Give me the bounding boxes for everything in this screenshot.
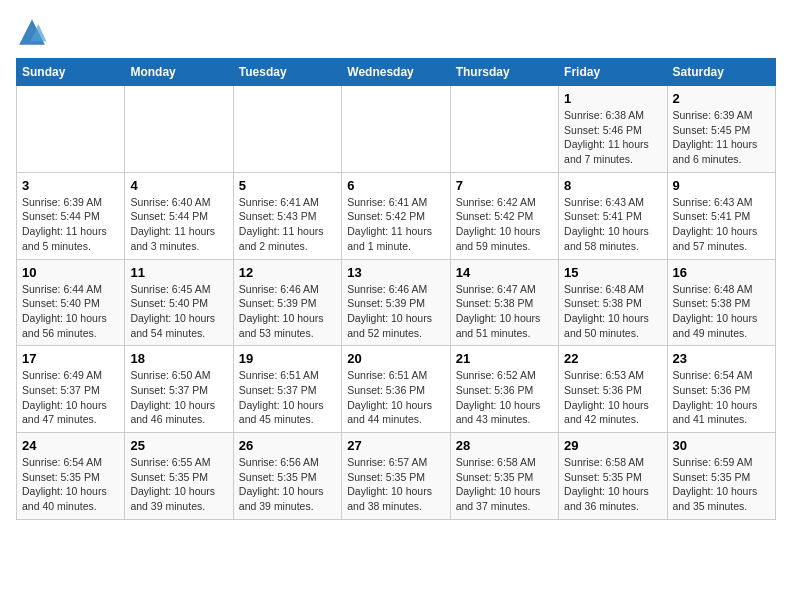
calendar-cell: 14Sunrise: 6:47 AM Sunset: 5:38 PM Dayli…: [450, 259, 558, 346]
day-info: Sunrise: 6:52 AM Sunset: 5:36 PM Dayligh…: [456, 368, 553, 427]
day-number: 30: [673, 438, 770, 453]
week-row-4: 17Sunrise: 6:49 AM Sunset: 5:37 PM Dayli…: [17, 346, 776, 433]
day-number: 12: [239, 265, 336, 280]
day-info: Sunrise: 6:50 AM Sunset: 5:37 PM Dayligh…: [130, 368, 227, 427]
day-number: 1: [564, 91, 661, 106]
header-thursday: Thursday: [450, 59, 558, 86]
calendar-cell: 3Sunrise: 6:39 AM Sunset: 5:44 PM Daylig…: [17, 172, 125, 259]
day-number: 5: [239, 178, 336, 193]
day-number: 10: [22, 265, 119, 280]
header-tuesday: Tuesday: [233, 59, 341, 86]
day-info: Sunrise: 6:42 AM Sunset: 5:42 PM Dayligh…: [456, 195, 553, 254]
day-info: Sunrise: 6:59 AM Sunset: 5:35 PM Dayligh…: [673, 455, 770, 514]
day-number: 26: [239, 438, 336, 453]
day-number: 2: [673, 91, 770, 106]
day-info: Sunrise: 6:46 AM Sunset: 5:39 PM Dayligh…: [239, 282, 336, 341]
week-row-5: 24Sunrise: 6:54 AM Sunset: 5:35 PM Dayli…: [17, 433, 776, 520]
day-number: 15: [564, 265, 661, 280]
calendar-cell: 28Sunrise: 6:58 AM Sunset: 5:35 PM Dayli…: [450, 433, 558, 520]
day-info: Sunrise: 6:48 AM Sunset: 5:38 PM Dayligh…: [673, 282, 770, 341]
logo: [16, 16, 52, 48]
calendar-cell: 18Sunrise: 6:50 AM Sunset: 5:37 PM Dayli…: [125, 346, 233, 433]
day-number: 11: [130, 265, 227, 280]
day-info: Sunrise: 6:45 AM Sunset: 5:40 PM Dayligh…: [130, 282, 227, 341]
day-info: Sunrise: 6:41 AM Sunset: 5:42 PM Dayligh…: [347, 195, 444, 254]
day-number: 28: [456, 438, 553, 453]
calendar-cell: 29Sunrise: 6:58 AM Sunset: 5:35 PM Dayli…: [559, 433, 667, 520]
calendar-cell: 17Sunrise: 6:49 AM Sunset: 5:37 PM Dayli…: [17, 346, 125, 433]
day-info: Sunrise: 6:38 AM Sunset: 5:46 PM Dayligh…: [564, 108, 661, 167]
day-info: Sunrise: 6:55 AM Sunset: 5:35 PM Dayligh…: [130, 455, 227, 514]
calendar-cell: [17, 86, 125, 173]
day-info: Sunrise: 6:40 AM Sunset: 5:44 PM Dayligh…: [130, 195, 227, 254]
calendar-cell: [233, 86, 341, 173]
day-info: Sunrise: 6:39 AM Sunset: 5:44 PM Dayligh…: [22, 195, 119, 254]
calendar-cell: 11Sunrise: 6:45 AM Sunset: 5:40 PM Dayli…: [125, 259, 233, 346]
calendar-cell: 23Sunrise: 6:54 AM Sunset: 5:36 PM Dayli…: [667, 346, 775, 433]
calendar-cell: 7Sunrise: 6:42 AM Sunset: 5:42 PM Daylig…: [450, 172, 558, 259]
calendar-cell: 30Sunrise: 6:59 AM Sunset: 5:35 PM Dayli…: [667, 433, 775, 520]
calendar-cell: 20Sunrise: 6:51 AM Sunset: 5:36 PM Dayli…: [342, 346, 450, 433]
day-info: Sunrise: 6:43 AM Sunset: 5:41 PM Dayligh…: [673, 195, 770, 254]
calendar-cell: 12Sunrise: 6:46 AM Sunset: 5:39 PM Dayli…: [233, 259, 341, 346]
calendar-cell: 5Sunrise: 6:41 AM Sunset: 5:43 PM Daylig…: [233, 172, 341, 259]
calendar-cell: 1Sunrise: 6:38 AM Sunset: 5:46 PM Daylig…: [559, 86, 667, 173]
calendar-cell: 27Sunrise: 6:57 AM Sunset: 5:35 PM Dayli…: [342, 433, 450, 520]
day-number: 18: [130, 351, 227, 366]
calendar-cell: [450, 86, 558, 173]
day-info: Sunrise: 6:58 AM Sunset: 5:35 PM Dayligh…: [564, 455, 661, 514]
header-row: SundayMondayTuesdayWednesdayThursdayFrid…: [17, 59, 776, 86]
header-friday: Friday: [559, 59, 667, 86]
day-number: 21: [456, 351, 553, 366]
week-row-1: 1Sunrise: 6:38 AM Sunset: 5:46 PM Daylig…: [17, 86, 776, 173]
day-info: Sunrise: 6:54 AM Sunset: 5:35 PM Dayligh…: [22, 455, 119, 514]
day-number: 6: [347, 178, 444, 193]
calendar-cell: 6Sunrise: 6:41 AM Sunset: 5:42 PM Daylig…: [342, 172, 450, 259]
day-info: Sunrise: 6:44 AM Sunset: 5:40 PM Dayligh…: [22, 282, 119, 341]
week-row-3: 10Sunrise: 6:44 AM Sunset: 5:40 PM Dayli…: [17, 259, 776, 346]
calendar-cell: 4Sunrise: 6:40 AM Sunset: 5:44 PM Daylig…: [125, 172, 233, 259]
calendar-cell: 8Sunrise: 6:43 AM Sunset: 5:41 PM Daylig…: [559, 172, 667, 259]
day-number: 8: [564, 178, 661, 193]
header-sunday: Sunday: [17, 59, 125, 86]
day-info: Sunrise: 6:58 AM Sunset: 5:35 PM Dayligh…: [456, 455, 553, 514]
day-number: 22: [564, 351, 661, 366]
calendar-body: 1Sunrise: 6:38 AM Sunset: 5:46 PM Daylig…: [17, 86, 776, 520]
day-info: Sunrise: 6:57 AM Sunset: 5:35 PM Dayligh…: [347, 455, 444, 514]
calendar-cell: 21Sunrise: 6:52 AM Sunset: 5:36 PM Dayli…: [450, 346, 558, 433]
header-monday: Monday: [125, 59, 233, 86]
calendar-cell: 26Sunrise: 6:56 AM Sunset: 5:35 PM Dayli…: [233, 433, 341, 520]
day-info: Sunrise: 6:41 AM Sunset: 5:43 PM Dayligh…: [239, 195, 336, 254]
calendar-table: SundayMondayTuesdayWednesdayThursdayFrid…: [16, 58, 776, 520]
calendar-cell: 15Sunrise: 6:48 AM Sunset: 5:38 PM Dayli…: [559, 259, 667, 346]
day-info: Sunrise: 6:49 AM Sunset: 5:37 PM Dayligh…: [22, 368, 119, 427]
day-number: 14: [456, 265, 553, 280]
day-number: 3: [22, 178, 119, 193]
calendar-cell: 22Sunrise: 6:53 AM Sunset: 5:36 PM Dayli…: [559, 346, 667, 433]
day-number: 24: [22, 438, 119, 453]
day-info: Sunrise: 6:47 AM Sunset: 5:38 PM Dayligh…: [456, 282, 553, 341]
day-number: 19: [239, 351, 336, 366]
day-number: 13: [347, 265, 444, 280]
day-number: 16: [673, 265, 770, 280]
day-number: 20: [347, 351, 444, 366]
calendar-cell: 25Sunrise: 6:55 AM Sunset: 5:35 PM Dayli…: [125, 433, 233, 520]
calendar-cell: 19Sunrise: 6:51 AM Sunset: 5:37 PM Dayli…: [233, 346, 341, 433]
day-number: 9: [673, 178, 770, 193]
calendar-cell: 24Sunrise: 6:54 AM Sunset: 5:35 PM Dayli…: [17, 433, 125, 520]
day-number: 25: [130, 438, 227, 453]
day-info: Sunrise: 6:48 AM Sunset: 5:38 PM Dayligh…: [564, 282, 661, 341]
day-number: 27: [347, 438, 444, 453]
day-info: Sunrise: 6:51 AM Sunset: 5:36 PM Dayligh…: [347, 368, 444, 427]
day-info: Sunrise: 6:54 AM Sunset: 5:36 PM Dayligh…: [673, 368, 770, 427]
day-info: Sunrise: 6:53 AM Sunset: 5:36 PM Dayligh…: [564, 368, 661, 427]
day-info: Sunrise: 6:46 AM Sunset: 5:39 PM Dayligh…: [347, 282, 444, 341]
calendar-cell: 10Sunrise: 6:44 AM Sunset: 5:40 PM Dayli…: [17, 259, 125, 346]
header-saturday: Saturday: [667, 59, 775, 86]
calendar-header: SundayMondayTuesdayWednesdayThursdayFrid…: [17, 59, 776, 86]
day-info: Sunrise: 6:51 AM Sunset: 5:37 PM Dayligh…: [239, 368, 336, 427]
day-info: Sunrise: 6:43 AM Sunset: 5:41 PM Dayligh…: [564, 195, 661, 254]
calendar-cell: 16Sunrise: 6:48 AM Sunset: 5:38 PM Dayli…: [667, 259, 775, 346]
day-number: 29: [564, 438, 661, 453]
calendar-cell: 13Sunrise: 6:46 AM Sunset: 5:39 PM Dayli…: [342, 259, 450, 346]
